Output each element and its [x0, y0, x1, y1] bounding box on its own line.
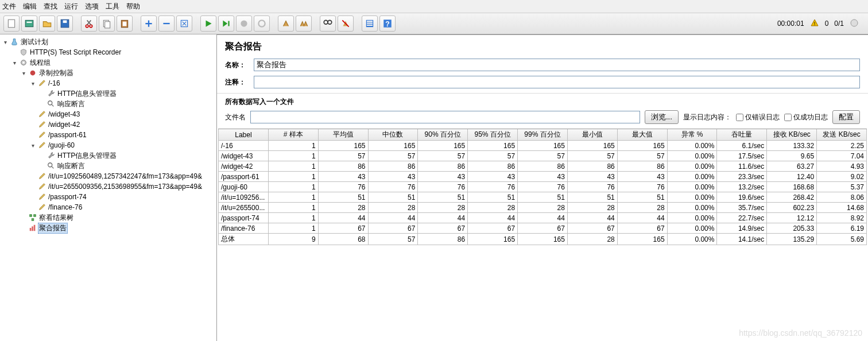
browse-button[interactable]: 浏览...	[645, 110, 679, 124]
table-cell: 1	[268, 151, 318, 161]
table-cell: 57	[567, 151, 617, 161]
start-no-timers-button[interactable]	[218, 16, 234, 32]
search-button[interactable]	[320, 16, 336, 32]
column-header[interactable]: 中位数	[368, 129, 418, 141]
open-button[interactable]	[39, 16, 55, 32]
new-file-button[interactable]	[3, 16, 20, 32]
table-row[interactable]: /passport-741444444444444440.00%22.7/sec…	[219, 213, 867, 223]
tree-node[interactable]: ▾测试计划	[0, 37, 216, 47]
menu-run[interactable]: 运行	[64, 2, 78, 11]
table-cell: 0.00%	[667, 172, 717, 182]
menu-edit[interactable]: 编辑	[23, 2, 37, 11]
results-table[interactable]: Label# 样本平均值中位数90% 百分位95% 百分位99% 百分位最小值最…	[218, 129, 867, 341]
tree-node[interactable]: /widget-42	[0, 119, 216, 130]
tree-node[interactable]: /it/u=2655009356,2153698955&fm=173&app=4…	[0, 181, 216, 192]
tree-node[interactable]: ▾线程组	[0, 57, 216, 68]
table-row[interactable]: /it/u=109256...1515151515151510.00%19.6/…	[219, 192, 867, 203]
table-cell: 43	[617, 172, 667, 182]
name-input[interactable]	[254, 59, 860, 71]
collapse-button[interactable]	[158, 16, 175, 32]
tree-label: HTTP(S) Test Script Recorder	[29, 48, 122, 56]
function-helper-button[interactable]	[362, 16, 378, 32]
help-button[interactable]: ?	[379, 16, 396, 32]
table-row[interactable]: /-1611651651651651651651650.00%6.1/sec13…	[219, 141, 867, 151]
table-cell: 0.00%	[667, 151, 717, 161]
toggle-button[interactable]	[176, 16, 192, 32]
tree-toggle-icon[interactable]: ▾	[29, 80, 37, 87]
stop-button[interactable]	[236, 16, 252, 32]
menu-tools[interactable]: 工具	[106, 2, 119, 11]
tree-toggle-icon[interactable]: ▾	[29, 142, 37, 149]
clear-all-button[interactable]	[296, 16, 312, 32]
column-header[interactable]: 最大值	[617, 129, 667, 141]
expand-button[interactable]	[141, 16, 157, 32]
table-row[interactable]: /widget-421868686868686860.00%11.6/sec63…	[219, 161, 867, 172]
tree-node[interactable]: 聚合报告	[0, 223, 216, 233]
menu-file[interactable]: 文件	[2, 2, 16, 11]
templates-button[interactable]	[21, 16, 37, 32]
menu-help[interactable]: 帮助	[126, 2, 140, 11]
menu-options[interactable]: 选项	[85, 2, 99, 11]
table-row[interactable]: /widget-431575757575757570.00%17.5/sec9.…	[219, 151, 867, 161]
column-header[interactable]: 95% 百分位	[468, 129, 518, 141]
table-cell: 5.69	[817, 234, 867, 245]
shutdown-button[interactable]	[254, 16, 270, 32]
success-only-checkbox[interactable]: 仅成功日志	[784, 113, 828, 122]
tree-node[interactable]: 察看结果树	[0, 212, 216, 223]
start-button[interactable]	[200, 16, 216, 32]
table-cell: 67	[617, 223, 667, 234]
copy-button[interactable]	[99, 16, 115, 32]
menu-search[interactable]: 查找	[44, 2, 57, 11]
table-row[interactable]: 总体9685786165165281650.00%14.1/sec135.295…	[219, 234, 867, 245]
tree-node[interactable]: 响应断言	[0, 161, 216, 171]
reset-search-button[interactable]	[338, 16, 354, 32]
tree-node[interactable]: ▾/guoji-60	[0, 140, 216, 150]
tree-node[interactable]: ▾/-16	[0, 78, 216, 88]
warning-icon: !	[810, 18, 819, 29]
save-button[interactable]	[57, 16, 73, 32]
column-header[interactable]: 90% 百分位	[418, 129, 468, 141]
table-row[interactable]: /it/u=265500...1282828282828280.00%35.7/…	[219, 203, 867, 213]
tree-node[interactable]: /widget-43	[0, 109, 216, 119]
tree-node[interactable]: 响应断言	[0, 99, 216, 109]
tree-node[interactable]: /it/u=1092560489,1257342247&fm=173&app=4…	[0, 171, 216, 181]
tree-toggle-icon[interactable]: ▾	[20, 70, 28, 76]
column-header[interactable]: Label	[219, 129, 269, 141]
cut-button[interactable]	[81, 16, 97, 32]
errors-only-checkbox[interactable]: 仅错误日志	[736, 113, 780, 122]
column-header[interactable]: # 样本	[268, 129, 318, 141]
column-header[interactable]: 发送 KB/sec	[817, 129, 867, 141]
svg-point-21	[851, 20, 858, 26]
table-row[interactable]: /guoji-601767676767676760.00%13.2/sec168…	[219, 182, 867, 192]
tree-node[interactable]: /finance-76	[0, 202, 216, 212]
tree-node[interactable]: ▾录制控制器	[0, 68, 216, 78]
configure-button[interactable]: 配置	[832, 110, 860, 124]
table-row[interactable]: /passport-611434343434343430.00%23.3/sec…	[219, 172, 867, 182]
toolbar: ? 00:00:01 ! 0 0/1	[0, 13, 868, 34]
magnify-icon	[46, 100, 56, 108]
column-header[interactable]: 接收 KB/sec	[767, 129, 817, 141]
comment-input[interactable]	[254, 76, 860, 88]
column-header[interactable]: 最小值	[567, 129, 617, 141]
table-cell: 68	[318, 234, 368, 245]
column-header[interactable]: 99% 百分位	[518, 129, 568, 141]
column-header[interactable]: 吞吐量	[717, 129, 767, 141]
tree-node[interactable]: /passport-61	[0, 130, 216, 140]
tree-node[interactable]: /passport-74	[0, 192, 216, 202]
tree-node[interactable]: HTTP信息头管理器	[0, 150, 216, 161]
tree-toggle-icon[interactable]: ▾	[10, 60, 18, 66]
clear-button[interactable]	[278, 16, 294, 32]
paste-button[interactable]	[117, 16, 133, 32]
filename-input[interactable]	[250, 111, 640, 123]
tree-panel[interactable]: ▾测试计划HTTP(S) Test Script Recorder▾线程组▾录制…	[0, 34, 217, 341]
tree-toggle-icon[interactable]: ▾	[1, 39, 9, 45]
table-cell: 28	[368, 203, 418, 213]
svg-text:?: ?	[385, 20, 390, 28]
column-header[interactable]: 异常 %	[667, 129, 717, 141]
tree-node[interactable]: HTTP信息头管理器	[0, 88, 216, 99]
column-header[interactable]: 平均值	[318, 129, 368, 141]
wrench-icon	[46, 152, 56, 160]
tree-node[interactable]: HTTP(S) Test Script Recorder	[0, 47, 216, 57]
table-row[interactable]: /finance-761676767676767670.00%14.9/sec2…	[219, 223, 867, 234]
table-cell: 51	[368, 192, 418, 203]
